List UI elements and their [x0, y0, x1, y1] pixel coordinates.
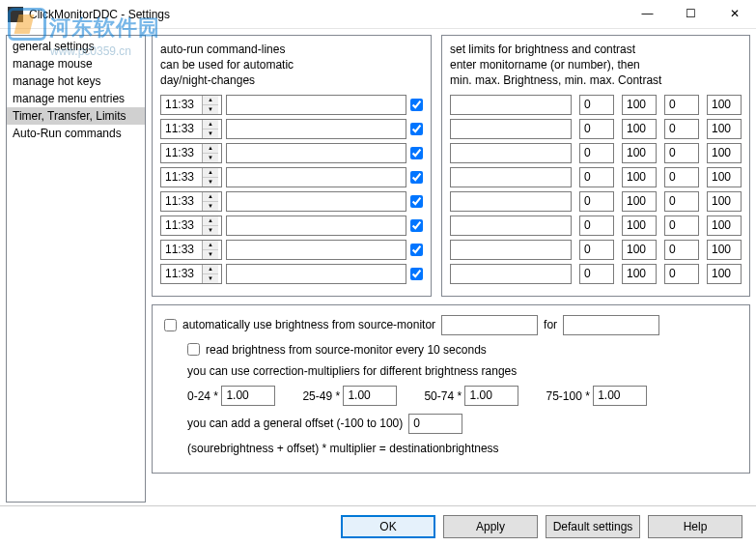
monitor-name-input[interactable] — [450, 143, 572, 163]
brightness-min-input[interactable] — [579, 119, 614, 139]
auto-use-checkbox[interactable] — [164, 319, 177, 331]
command-input[interactable] — [226, 119, 406, 139]
help-button[interactable]: Help — [648, 515, 742, 538]
contrast-min-input[interactable] — [664, 95, 699, 115]
multiplier-input[interactable] — [593, 386, 647, 406]
contrast-min-input[interactable] — [664, 143, 699, 163]
time-input[interactable] — [161, 241, 202, 259]
monitor-name-input[interactable] — [450, 191, 572, 212]
time-input[interactable] — [161, 216, 202, 235]
contrast-min-input[interactable] — [664, 119, 699, 139]
time-spinner[interactable]: ▲▼ — [160, 264, 222, 284]
contrast-max-input[interactable] — [707, 143, 742, 163]
command-input[interactable] — [226, 95, 406, 115]
contrast-min-input[interactable] — [664, 240, 699, 260]
autorun-enable-checkbox[interactable] — [410, 244, 423, 256]
brightness-min-input[interactable] — [579, 191, 614, 212]
time-spinner[interactable]: ▲▼ — [160, 95, 222, 115]
time-input[interactable] — [161, 265, 202, 283]
brightness-min-input[interactable] — [579, 143, 614, 163]
monitor-name-input[interactable] — [450, 264, 572, 284]
contrast-min-input[interactable] — [664, 191, 699, 212]
ok-button[interactable]: OK — [341, 515, 435, 538]
contrast-min-input[interactable] — [664, 216, 699, 236]
time-spinner[interactable]: ▲▼ — [160, 216, 222, 236]
time-spinner[interactable]: ▲▼ — [160, 143, 222, 163]
spin-up-icon[interactable]: ▲ — [203, 241, 218, 250]
monitor-name-input[interactable] — [450, 95, 572, 115]
source-monitor-input[interactable] — [441, 315, 538, 335]
command-input[interactable] — [226, 240, 406, 260]
spin-up-icon[interactable]: ▲ — [203, 168, 218, 178]
sidebar-item-manage-hot-keys[interactable]: manage hot keys — [7, 72, 145, 90]
brightness-max-input[interactable] — [622, 216, 657, 236]
brightness-min-input[interactable] — [579, 216, 614, 236]
multiplier-input[interactable] — [221, 386, 275, 406]
time-input[interactable] — [161, 144, 202, 162]
time-spinner[interactable]: ▲▼ — [160, 240, 222, 260]
contrast-min-input[interactable] — [664, 264, 699, 284]
sidebar-item-auto-run-commands[interactable]: Auto-Run commands — [7, 125, 145, 142]
sidebar-item-manage-menu-entries[interactable]: manage menu entries — [7, 90, 145, 107]
contrast-max-input[interactable] — [707, 264, 742, 284]
sidebar-item-timer-transfer-limits[interactable]: Timer, Transfer, Limits — [7, 107, 145, 125]
command-input[interactable] — [226, 264, 406, 284]
monitor-name-input[interactable] — [450, 240, 572, 260]
sidebar-item-general-settings[interactable]: general settings — [7, 38, 145, 55]
time-spinner[interactable]: ▲▼ — [160, 167, 222, 187]
contrast-max-input[interactable] — [707, 95, 742, 115]
spin-down-icon[interactable]: ▼ — [203, 274, 218, 283]
time-input[interactable] — [161, 96, 202, 114]
spin-down-icon[interactable]: ▼ — [203, 226, 218, 235]
time-spinner[interactable]: ▲▼ — [160, 191, 222, 212]
autorun-enable-checkbox[interactable] — [410, 195, 423, 208]
brightness-max-input[interactable] — [622, 264, 657, 284]
spin-down-icon[interactable]: ▼ — [203, 105, 218, 114]
spin-up-icon[interactable]: ▲ — [203, 120, 218, 129]
monitor-name-input[interactable] — [450, 216, 572, 236]
brightness-max-input[interactable] — [622, 191, 657, 212]
contrast-max-input[interactable] — [707, 119, 742, 139]
autorun-enable-checkbox[interactable] — [410, 171, 423, 184]
brightness-min-input[interactable] — [579, 264, 614, 284]
time-spinner[interactable]: ▲▼ — [160, 119, 222, 139]
command-input[interactable] — [226, 191, 406, 212]
default-settings-button[interactable]: Default settings — [546, 515, 640, 538]
monitor-name-input[interactable] — [450, 167, 572, 187]
monitor-name-input[interactable] — [450, 119, 572, 139]
command-input[interactable] — [226, 167, 406, 187]
contrast-max-input[interactable] — [707, 191, 742, 212]
contrast-max-input[interactable] — [707, 216, 742, 236]
spin-up-icon[interactable]: ▲ — [203, 216, 218, 226]
brightness-max-input[interactable] — [622, 240, 657, 260]
apply-button[interactable]: Apply — [443, 515, 538, 538]
autorun-enable-checkbox[interactable] — [410, 147, 423, 159]
autorun-enable-checkbox[interactable] — [410, 219, 423, 232]
autorun-enable-checkbox[interactable] — [410, 268, 423, 280]
command-input[interactable] — [226, 143, 406, 163]
sidebar-item-manage-mouse[interactable]: manage mouse — [7, 55, 145, 72]
multiplier-input[interactable] — [343, 386, 397, 406]
contrast-min-input[interactable] — [664, 167, 699, 187]
autorun-enable-checkbox[interactable] — [410, 99, 423, 111]
brightness-max-input[interactable] — [622, 143, 657, 163]
time-input[interactable] — [161, 120, 202, 138]
brightness-max-input[interactable] — [622, 167, 657, 187]
time-input[interactable] — [161, 168, 202, 187]
autorun-enable-checkbox[interactable] — [410, 123, 423, 135]
minimize-button[interactable]: — — [626, 0, 669, 28]
command-input[interactable] — [226, 216, 406, 236]
spin-up-icon[interactable]: ▲ — [203, 96, 218, 105]
spin-up-icon[interactable]: ▲ — [203, 144, 218, 154]
close-button[interactable]: ✕ — [713, 0, 756, 28]
maximize-button[interactable]: ☐ — [669, 0, 713, 28]
brightness-min-input[interactable] — [579, 167, 614, 187]
brightness-max-input[interactable] — [622, 119, 657, 139]
brightness-min-input[interactable] — [579, 95, 614, 115]
contrast-max-input[interactable] — [707, 240, 742, 260]
spin-up-icon[interactable]: ▲ — [203, 265, 218, 274]
contrast-max-input[interactable] — [707, 167, 742, 187]
brightness-min-input[interactable] — [579, 240, 614, 260]
multiplier-input[interactable] — [464, 386, 518, 406]
time-input[interactable] — [161, 192, 202, 211]
